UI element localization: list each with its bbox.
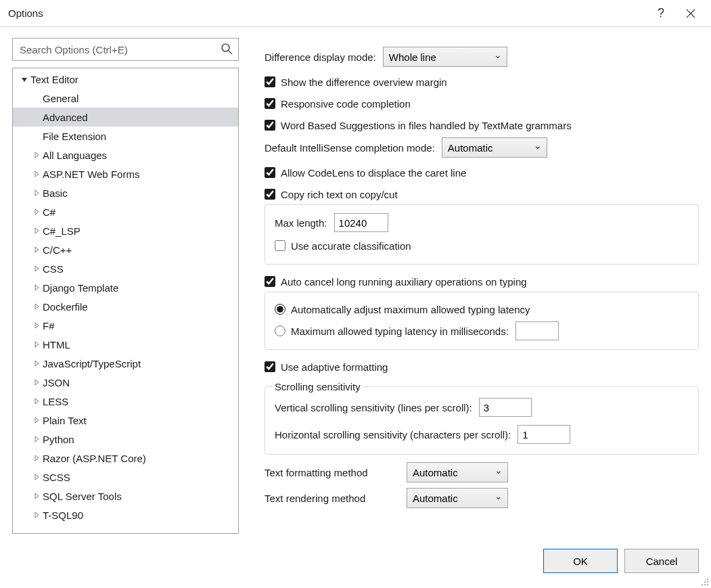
use-adaptive-formatting-input[interactable] (265, 361, 275, 372)
use-accurate-classification-checkbox[interactable]: Use accurate classification (275, 235, 691, 256)
radio-max-latency[interactable]: Maximum allowed typing latency in millis… (275, 321, 691, 341)
tree-item-razor-asp-net-core-[interactable]: Razor (ASP.NET Core) (13, 449, 238, 468)
svg-point-4 (707, 579, 708, 580)
allow-codelens-checkbox[interactable]: Allow CodeLens to displace the caret lin… (265, 162, 699, 183)
tree-item-basic[interactable]: Basic (13, 183, 238, 202)
horiz-scroll-input[interactable] (518, 425, 570, 444)
tree-item-label: CSS (43, 263, 64, 275)
tree-item-c-[interactable]: C# (13, 202, 238, 221)
responsive-completion-checkbox[interactable]: Responsive code completion (265, 93, 699, 114)
tree-item-dockerfile[interactable]: Dockerfile (13, 297, 238, 316)
resize-grip[interactable] (699, 576, 710, 587)
tree-item-label: SQL Server Tools (43, 491, 122, 502)
tree-item-plain-text[interactable]: Plain Text (13, 411, 238, 430)
auto-cancel-input[interactable] (265, 276, 275, 287)
copy-rich-text-group: Max length: Use accurate classification (265, 204, 699, 265)
tree-item-label: LESS (43, 396, 68, 407)
word-based-suggestions-checkbox[interactable]: Word Based Suggestions in files handled … (265, 115, 699, 135)
radio-auto-latency[interactable]: Automatically adjust maximum allowed typ… (275, 299, 691, 319)
vert-scroll-input[interactable] (479, 398, 532, 417)
tree-item-file-extension[interactable]: File Extension (13, 127, 238, 145)
copy-rich-text-checkbox[interactable]: Copy rich text on copy/cut (265, 184, 699, 204)
tree-item-javascript-typescript[interactable]: JavaScript/TypeScript (13, 354, 238, 373)
show-diff-overview-checkbox[interactable]: Show the difference overview margin (265, 72, 699, 92)
max-latency-input[interactable] (515, 321, 559, 340)
use-accurate-classification-input[interactable] (275, 240, 285, 251)
window-title: Options (8, 7, 646, 19)
diff-mode-row: Difference display mode: Whole line (265, 46, 699, 68)
auto-cancel-checkbox[interactable]: Auto cancel long running auxiliary opera… (265, 271, 699, 292)
chevron-right-icon (32, 227, 41, 234)
radio-max-latency-label: Maximum allowed typing latency in millis… (291, 325, 509, 337)
tree-item-python[interactable]: Python (13, 430, 238, 449)
tree-item-c-c-[interactable]: C/C++ (13, 240, 238, 259)
tree-item-label: JSON (43, 377, 70, 388)
tree-item-c-lsp[interactable]: C#_LSP (13, 221, 238, 240)
chevron-right-icon (32, 322, 41, 329)
chevron-right-icon (32, 398, 41, 405)
use-adaptive-formatting-label: Use adaptive formatting (281, 361, 388, 373)
tree-item-asp-net-web-forms[interactable]: ASP.NET Web Forms (13, 164, 238, 183)
allow-codelens-input[interactable] (265, 167, 275, 178)
close-button[interactable] (676, 0, 706, 27)
text-rendering-select[interactable]: Automatic (407, 488, 508, 508)
max-length-input[interactable] (334, 213, 388, 232)
responsive-completion-input[interactable] (265, 98, 275, 109)
tree-item-label: C/C++ (43, 244, 72, 256)
tree-item-label: Django Template (43, 282, 118, 294)
tree-item-label: Text Editor (30, 74, 78, 85)
radio-auto-latency-input[interactable] (275, 304, 285, 315)
tree-item-general[interactable]: General (13, 89, 238, 108)
chevron-right-icon (32, 208, 41, 215)
chevron-right-icon (32, 379, 41, 386)
copy-rich-text-input[interactable] (265, 189, 275, 200)
show-diff-overview-label: Show the difference overview margin (281, 76, 447, 88)
chevron-right-icon (32, 152, 41, 158)
horiz-scroll-row: Horizontal scrolling sensitivity (charac… (275, 424, 691, 445)
tree-item-advanced[interactable]: Advanced (13, 108, 238, 127)
tree-item-css[interactable]: CSS (13, 259, 238, 278)
max-length-row: Max length: (275, 212, 691, 233)
word-based-suggestions-input[interactable] (265, 120, 275, 131)
tree-item-sql-server-tools[interactable]: SQL Server Tools (13, 487, 238, 505)
search-input[interactable] (18, 43, 221, 56)
tree-item-root[interactable]: Text Editor (13, 70, 238, 89)
max-length-label: Max length: (275, 217, 327, 229)
chevron-down-icon (20, 76, 29, 83)
tree-item-label: JavaScript/TypeScript (43, 358, 141, 369)
show-diff-overview-input[interactable] (265, 76, 275, 87)
intellisense-mode-select[interactable]: Automatic (442, 137, 547, 158)
close-icon (686, 9, 695, 18)
options-tree[interactable]: Text EditorGeneralAdvancedFile Extension… (12, 68, 239, 534)
help-button[interactable]: ? (646, 0, 676, 27)
tree-item-less[interactable]: LESS (13, 392, 238, 411)
ok-button[interactable]: OK (543, 549, 618, 573)
radio-max-latency-input[interactable] (275, 325, 285, 336)
text-formatting-select[interactable]: Automatic (407, 462, 508, 482)
svg-point-6 (707, 581, 708, 583)
tree-item-t-sql90[interactable]: T-SQL90 (13, 505, 238, 524)
sidebar: Text EditorGeneralAdvancedFile Extension… (12, 38, 239, 534)
text-rendering-label: Text rendering method (265, 493, 400, 504)
tree-item-json[interactable]: JSON (13, 373, 238, 392)
tree-item-label: All Languages (43, 150, 107, 161)
chevron-right-icon (32, 189, 41, 196)
text-formatting-row: Text formatting method Automatic (265, 461, 699, 483)
chevron-right-icon (32, 265, 41, 272)
tree-item-html[interactable]: HTML (13, 335, 238, 354)
search-box[interactable] (12, 38, 239, 61)
tree-item-django-template[interactable]: Django Template (13, 278, 238, 297)
allow-codelens-label: Allow CodeLens to displace the caret lin… (281, 167, 466, 179)
svg-point-7 (702, 584, 703, 585)
cancel-button[interactable]: Cancel (624, 549, 699, 573)
diff-mode-select[interactable]: Whole line (383, 47, 507, 67)
svg-line-3 (229, 51, 232, 54)
tree-item-label: HTML (43, 339, 70, 350)
tree-item-label: T-SQL90 (43, 510, 83, 521)
tree-item-label: F# (43, 320, 55, 332)
tree-item-scss[interactable]: SCSS (13, 468, 238, 487)
tree-item-f-[interactable]: F# (13, 316, 238, 335)
use-adaptive-formatting-checkbox[interactable]: Use adaptive formatting (265, 357, 699, 377)
tree-item-all-languages[interactable]: All Languages (13, 145, 238, 164)
chevron-right-icon (32, 341, 41, 348)
